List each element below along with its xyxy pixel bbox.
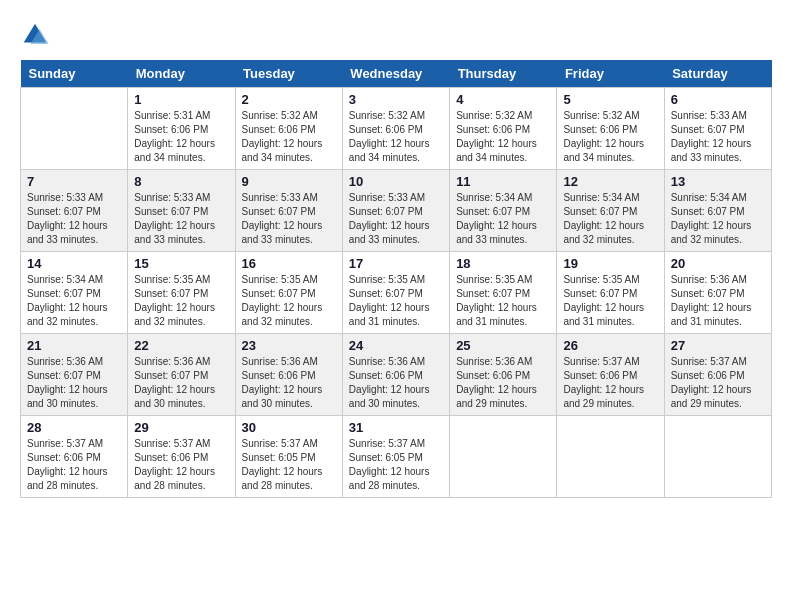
calendar-cell: 5Sunrise: 5:32 AM Sunset: 6:06 PM Daylig… [557,88,664,170]
day-number: 21 [27,338,121,353]
day-number: 6 [671,92,765,107]
day-number: 17 [349,256,443,271]
calendar-cell: 31Sunrise: 5:37 AM Sunset: 6:05 PM Dayli… [342,416,449,498]
day-detail: Sunrise: 5:35 AM Sunset: 6:07 PM Dayligh… [134,273,228,329]
day-detail: Sunrise: 5:37 AM Sunset: 6:06 PM Dayligh… [671,355,765,411]
calendar-table: SundayMondayTuesdayWednesdayThursdayFrid… [20,60,772,498]
day-number: 8 [134,174,228,189]
day-number: 18 [456,256,550,271]
day-detail: Sunrise: 5:35 AM Sunset: 6:07 PM Dayligh… [349,273,443,329]
calendar-cell: 15Sunrise: 5:35 AM Sunset: 6:07 PM Dayli… [128,252,235,334]
day-detail: Sunrise: 5:34 AM Sunset: 6:07 PM Dayligh… [671,191,765,247]
calendar-cell [450,416,557,498]
day-number: 29 [134,420,228,435]
day-detail: Sunrise: 5:33 AM Sunset: 6:07 PM Dayligh… [349,191,443,247]
day-number: 4 [456,92,550,107]
day-detail: Sunrise: 5:35 AM Sunset: 6:07 PM Dayligh… [456,273,550,329]
day-detail: Sunrise: 5:34 AM Sunset: 6:07 PM Dayligh… [563,191,657,247]
calendar-cell: 12Sunrise: 5:34 AM Sunset: 6:07 PM Dayli… [557,170,664,252]
day-number: 26 [563,338,657,353]
day-detail: Sunrise: 5:36 AM Sunset: 6:07 PM Dayligh… [27,355,121,411]
day-number: 16 [242,256,336,271]
calendar-cell: 8Sunrise: 5:33 AM Sunset: 6:07 PM Daylig… [128,170,235,252]
day-detail: Sunrise: 5:34 AM Sunset: 6:07 PM Dayligh… [456,191,550,247]
day-detail: Sunrise: 5:36 AM Sunset: 6:07 PM Dayligh… [671,273,765,329]
calendar-cell [557,416,664,498]
day-detail: Sunrise: 5:36 AM Sunset: 6:06 PM Dayligh… [456,355,550,411]
day-detail: Sunrise: 5:37 AM Sunset: 6:06 PM Dayligh… [563,355,657,411]
calendar-cell: 27Sunrise: 5:37 AM Sunset: 6:06 PM Dayli… [664,334,771,416]
week-row-1: 1Sunrise: 5:31 AM Sunset: 6:06 PM Daylig… [21,88,772,170]
day-detail: Sunrise: 5:37 AM Sunset: 6:05 PM Dayligh… [349,437,443,493]
calendar-cell: 13Sunrise: 5:34 AM Sunset: 6:07 PM Dayli… [664,170,771,252]
day-detail: Sunrise: 5:33 AM Sunset: 6:07 PM Dayligh… [671,109,765,165]
week-row-2: 7Sunrise: 5:33 AM Sunset: 6:07 PM Daylig… [21,170,772,252]
header-friday: Friday [557,60,664,88]
calendar-cell: 23Sunrise: 5:36 AM Sunset: 6:06 PM Dayli… [235,334,342,416]
calendar-cell: 11Sunrise: 5:34 AM Sunset: 6:07 PM Dayli… [450,170,557,252]
header-wednesday: Wednesday [342,60,449,88]
day-number: 30 [242,420,336,435]
day-number: 13 [671,174,765,189]
day-number: 22 [134,338,228,353]
day-detail: Sunrise: 5:36 AM Sunset: 6:07 PM Dayligh… [134,355,228,411]
day-detail: Sunrise: 5:32 AM Sunset: 6:06 PM Dayligh… [456,109,550,165]
day-detail: Sunrise: 5:37 AM Sunset: 6:05 PM Dayligh… [242,437,336,493]
calendar-cell: 20Sunrise: 5:36 AM Sunset: 6:07 PM Dayli… [664,252,771,334]
day-number: 24 [349,338,443,353]
day-detail: Sunrise: 5:33 AM Sunset: 6:07 PM Dayligh… [27,191,121,247]
calendar-cell: 6Sunrise: 5:33 AM Sunset: 6:07 PM Daylig… [664,88,771,170]
day-detail: Sunrise: 5:34 AM Sunset: 6:07 PM Dayligh… [27,273,121,329]
calendar-cell: 7Sunrise: 5:33 AM Sunset: 6:07 PM Daylig… [21,170,128,252]
day-number: 28 [27,420,121,435]
calendar-cell: 26Sunrise: 5:37 AM Sunset: 6:06 PM Dayli… [557,334,664,416]
calendar-cell [664,416,771,498]
calendar-cell: 1Sunrise: 5:31 AM Sunset: 6:06 PM Daylig… [128,88,235,170]
day-number: 20 [671,256,765,271]
calendar-cell: 17Sunrise: 5:35 AM Sunset: 6:07 PM Dayli… [342,252,449,334]
calendar-cell: 25Sunrise: 5:36 AM Sunset: 6:06 PM Dayli… [450,334,557,416]
day-detail: Sunrise: 5:32 AM Sunset: 6:06 PM Dayligh… [349,109,443,165]
day-number: 2 [242,92,336,107]
day-detail: Sunrise: 5:33 AM Sunset: 6:07 PM Dayligh… [242,191,336,247]
day-detail: Sunrise: 5:37 AM Sunset: 6:06 PM Dayligh… [134,437,228,493]
day-number: 19 [563,256,657,271]
day-number: 15 [134,256,228,271]
calendar-cell: 18Sunrise: 5:35 AM Sunset: 6:07 PM Dayli… [450,252,557,334]
day-detail: Sunrise: 5:31 AM Sunset: 6:06 PM Dayligh… [134,109,228,165]
header-tuesday: Tuesday [235,60,342,88]
day-number: 27 [671,338,765,353]
day-detail: Sunrise: 5:35 AM Sunset: 6:07 PM Dayligh… [563,273,657,329]
calendar-cell: 21Sunrise: 5:36 AM Sunset: 6:07 PM Dayli… [21,334,128,416]
day-detail: Sunrise: 5:32 AM Sunset: 6:06 PM Dayligh… [242,109,336,165]
header-monday: Monday [128,60,235,88]
calendar-cell: 2Sunrise: 5:32 AM Sunset: 6:06 PM Daylig… [235,88,342,170]
calendar-cell: 19Sunrise: 5:35 AM Sunset: 6:07 PM Dayli… [557,252,664,334]
calendar-cell: 9Sunrise: 5:33 AM Sunset: 6:07 PM Daylig… [235,170,342,252]
day-number: 1 [134,92,228,107]
day-detail: Sunrise: 5:32 AM Sunset: 6:06 PM Dayligh… [563,109,657,165]
day-number: 5 [563,92,657,107]
calendar-cell: 24Sunrise: 5:36 AM Sunset: 6:06 PM Dayli… [342,334,449,416]
calendar-cell: 4Sunrise: 5:32 AM Sunset: 6:06 PM Daylig… [450,88,557,170]
logo [20,20,54,50]
calendar-cell: 30Sunrise: 5:37 AM Sunset: 6:05 PM Dayli… [235,416,342,498]
day-detail: Sunrise: 5:35 AM Sunset: 6:07 PM Dayligh… [242,273,336,329]
calendar-cell: 3Sunrise: 5:32 AM Sunset: 6:06 PM Daylig… [342,88,449,170]
calendar-cell: 14Sunrise: 5:34 AM Sunset: 6:07 PM Dayli… [21,252,128,334]
calendar-cell: 22Sunrise: 5:36 AM Sunset: 6:07 PM Dayli… [128,334,235,416]
day-number: 3 [349,92,443,107]
logo-icon [20,20,50,50]
day-detail: Sunrise: 5:33 AM Sunset: 6:07 PM Dayligh… [134,191,228,247]
day-number: 25 [456,338,550,353]
calendar-cell: 10Sunrise: 5:33 AM Sunset: 6:07 PM Dayli… [342,170,449,252]
header-sunday: Sunday [21,60,128,88]
day-number: 31 [349,420,443,435]
day-number: 9 [242,174,336,189]
day-detail: Sunrise: 5:37 AM Sunset: 6:06 PM Dayligh… [27,437,121,493]
calendar-cell: 16Sunrise: 5:35 AM Sunset: 6:07 PM Dayli… [235,252,342,334]
week-row-5: 28Sunrise: 5:37 AM Sunset: 6:06 PM Dayli… [21,416,772,498]
day-detail: Sunrise: 5:36 AM Sunset: 6:06 PM Dayligh… [349,355,443,411]
day-number: 7 [27,174,121,189]
day-number: 12 [563,174,657,189]
